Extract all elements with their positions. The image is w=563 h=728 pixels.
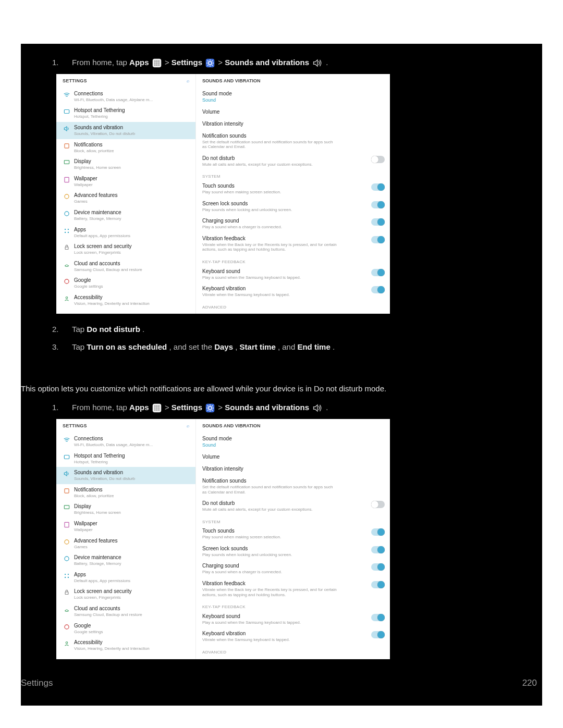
svg-point-40 [154,410,155,411]
apps-label: Apps [129,58,149,67]
svg-point-35 [156,405,157,406]
svg-point-57 [65,540,69,544]
svg-point-5 [156,63,157,64]
svg-rect-20 [64,110,69,114]
svg-point-41 [156,410,157,411]
settings-item: DisplayBrightness, Home screen [56,156,195,173]
step-1a: 1. From home, tap Apps > Settings > Soun… [52,56,511,69]
toggle-on [371,631,385,638]
step-1b: 1. From home, tap Apps > Settings > Soun… [52,401,511,414]
apps-icon [152,58,162,68]
settings-label: Settings [172,58,202,67]
step-num: 1. [52,56,72,69]
settings-item: Hotspot and TetheringHotspot, Tethering [56,450,195,467]
toggle-on [371,269,385,276]
svg-point-7 [154,65,155,66]
settings-item: WallpaperWallpaper [56,173,195,190]
settings-item-selected: Sounds and vibrationSounds, Vibration, D… [56,467,195,484]
settings-item: ConnectionsWi-Fi, Bluetooth, Data usage,… [56,433,195,450]
svg-point-64 [65,625,69,629]
step-num: 2. [52,323,72,336]
svg-point-32 [66,297,68,299]
svg-point-58 [65,557,69,561]
settings-item: NotificationsBlock, allow, prioritize [56,484,195,501]
step-3: 3. Tap Turn on as scheduled , and set th… [52,341,511,353]
settings-item: Cloud and accountsSamsung Cloud, Backup … [56,603,195,620]
svg-rect-21 [65,143,69,147]
toggle-on [371,286,385,293]
toggle-on [371,614,385,621]
settings-item: Advanced featuresGames [56,535,195,552]
svg-rect-23 [65,177,69,182]
search-icon: ⌕ [187,78,189,84]
svg-point-25 [65,212,69,216]
settings-screenshot-2: SETTINGS⌕ ConnectionsWi-Fi, Bluetooth, D… [56,419,390,659]
footer-left: Settings [21,676,53,690]
sounds-vib-label: Sounds and vibrations [225,58,309,67]
settings-item-selected: Sounds and vibrationSounds, Vibration, D… [56,122,195,139]
doc-body: 1. From home, tap Apps > Settings > Soun… [21,44,542,706]
svg-line-50 [212,410,213,411]
svg-point-61 [65,577,66,578]
svg-point-34 [154,405,155,406]
search-icon: ⌕ [187,423,189,429]
svg-line-18 [207,65,209,66]
svg-point-6 [158,63,159,64]
svg-point-4 [154,63,155,64]
settings-item: NotificationsBlock, allow, prioritize [56,139,195,156]
step-num: 3. [52,341,72,353]
settings-item: GoogleGoogle settings [56,620,195,637]
svg-rect-22 [64,161,69,164]
settings-icon [205,58,215,68]
svg-point-28 [65,231,66,232]
svg-point-42 [158,410,159,411]
settings-item: Lock screen and securityLock screen, Fin… [56,241,195,258]
toggle-on [371,528,385,536]
toggle-on [371,201,385,208]
speaker-icon [312,58,323,68]
step-num: 1. [52,401,72,414]
svg-point-39 [158,408,159,409]
svg-point-59 [65,574,66,575]
settings-item: AccessibilityVision, Hearing, Dexterity … [56,292,195,309]
svg-rect-55 [64,505,69,509]
toggle-on [371,581,385,588]
toggle-off [371,156,385,163]
svg-point-2 [156,60,157,61]
toggle-on [371,563,385,571]
settings-item: Hotspot and TetheringHotspot, Tethering [56,105,195,122]
svg-point-26 [65,228,66,229]
svg-line-51 [207,410,209,411]
paragraph: This option lets you customize which not… [21,382,511,395]
toggle-on [371,183,385,191]
toggle-on [371,546,385,553]
svg-point-38 [156,408,157,409]
settings-item: Device maintenanceBattery, Storage, Memo… [56,207,195,224]
settings-screenshot-1: SETTINGS⌕ ConnectionsWi-Fi, Bluetooth, D… [56,74,390,314]
toggle-off [371,501,385,508]
svg-line-16 [207,60,209,61]
svg-rect-53 [64,455,69,459]
settings-item: AppsDefault apps, App permissions [56,569,195,586]
svg-point-65 [66,642,68,644]
settings-item: ConnectionsWi-Fi, Bluetooth, Data usage,… [56,88,195,105]
svg-point-1 [154,60,155,61]
settings-item: GoogleGoogle settings [56,275,195,292]
settings-item: Device maintenanceBattery, Storage, Memo… [56,552,195,569]
step-2: 2. Tap Do not disturb . [52,323,511,336]
svg-point-37 [154,408,155,409]
svg-rect-56 [65,522,69,527]
svg-point-62 [68,577,69,578]
svg-line-49 [207,405,209,406]
settings-item: Cloud and accountsSamsung Cloud, Backup … [56,258,195,275]
svg-point-3 [158,60,159,61]
settings-item: AppsDefault apps, App permissions [56,224,195,241]
svg-point-27 [68,228,69,229]
settings-icon [205,403,215,413]
svg-rect-54 [65,489,69,493]
svg-rect-63 [65,592,68,595]
apps-icon [152,403,162,413]
svg-point-36 [158,405,159,406]
svg-line-17 [212,65,213,66]
svg-line-19 [212,60,213,61]
